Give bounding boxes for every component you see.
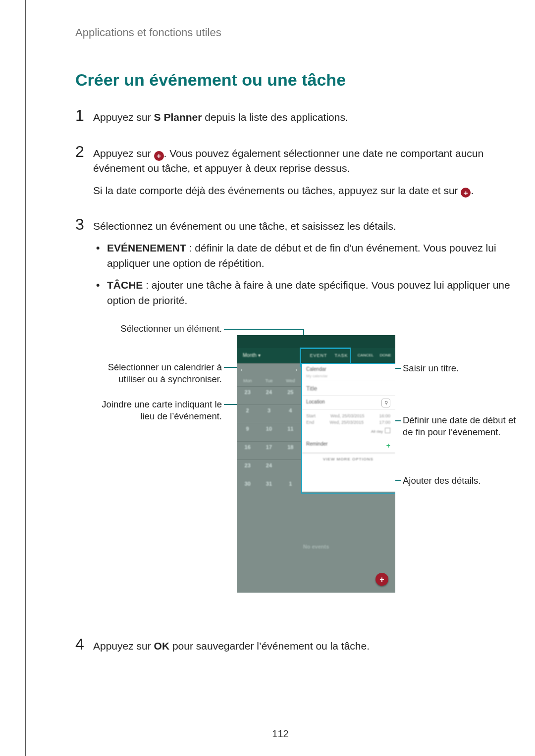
step-2-p1: Appuyez sur +. Vous pouvez également sél…	[93, 146, 485, 176]
cal-prev[interactable]: ‹	[241, 366, 243, 374]
tab-event[interactable]: EVENT	[307, 353, 330, 359]
plus-icon: +	[461, 188, 471, 198]
time-block[interactable]: StartWed, 25/03/201516:00 EndWed, 25/03/…	[301, 410, 395, 438]
add-reminder-icon[interactable]: +	[386, 441, 390, 451]
view-more-options[interactable]: VIEW MORE OPTIONS	[301, 453, 395, 465]
callout-map-location: Joindre une carte indiquant le lieu de l…	[93, 399, 222, 422]
plus-icon: +	[154, 151, 164, 161]
allday-checkbox[interactable]	[385, 428, 390, 433]
location-row[interactable]: Location ⚲	[301, 396, 395, 410]
breadcrumb: Applications et fonctions utiles	[75, 25, 485, 41]
step-3-number: 3	[75, 216, 93, 233]
calendar-row[interactable]: Calendar My calendar	[301, 363, 395, 381]
step-2-number: 2	[75, 143, 93, 160]
diagram: Sélectionner un élément. Sélectionner un…	[93, 318, 529, 610]
callout-title: Saisir un titre.	[403, 362, 517, 374]
title-input[interactable]	[306, 384, 390, 393]
location-pin-icon[interactable]: ⚲	[381, 399, 390, 407]
calendar-panel[interactable]: ‹ › Mon Tue Wed 232425 234 9	[237, 363, 301, 496]
bullet-event: EVÉNENEMENT : définir la date de début e…	[93, 241, 529, 271]
step-4-text: Appuyez sur OK pour sauvegarder l’événem…	[93, 639, 485, 654]
callout-details: Ajouter des détails.	[403, 475, 517, 487]
no-events-label: No events	[237, 543, 395, 551]
reminder-row[interactable]: Reminder +	[301, 438, 395, 453]
tab-task[interactable]: TASK	[330, 353, 353, 359]
page-number: 112	[26, 727, 535, 741]
fab-add-button[interactable]: +	[375, 573, 388, 586]
step-1-text: Appuyez sur S Planner depuis la liste de…	[93, 110, 485, 125]
callout-dates: Définir une date de début et de fin pour…	[403, 414, 527, 438]
section-title: Créer un événement ou une tâche	[75, 68, 485, 92]
step-1-number: 1	[75, 107, 93, 124]
step-4-number: 4	[75, 636, 93, 653]
phone-mock: Month ▾ EVENT TASK CANCEL DONE	[237, 335, 395, 593]
callout-select-item: Sélectionner un élément.	[98, 323, 222, 335]
done-button[interactable]: DONE	[375, 353, 395, 358]
cal-next[interactable]: ›	[295, 366, 297, 374]
cancel-button[interactable]: CANCEL	[356, 353, 375, 358]
event-form: Calendar My calendar Location ⚲	[301, 363, 395, 492]
callout-select-calendar: Sélectionner un calendrier à utiliser ou…	[93, 361, 222, 385]
step-2-p2: Si la date comporte déjà des événements …	[93, 183, 485, 198]
bullet-task: TÂCHE : ajouter une tâche à faire à une …	[93, 278, 529, 308]
month-selector[interactable]: Month ▾	[237, 352, 307, 359]
calendar-grid[interactable]: 232425 234 91011 161718 2324 30311	[237, 386, 301, 496]
tabs-row[interactable]: Month ▾ EVENT TASK CANCEL DONE	[237, 348, 395, 363]
step-3-text: Sélectionnez un événement ou une tâche, …	[93, 219, 529, 234]
